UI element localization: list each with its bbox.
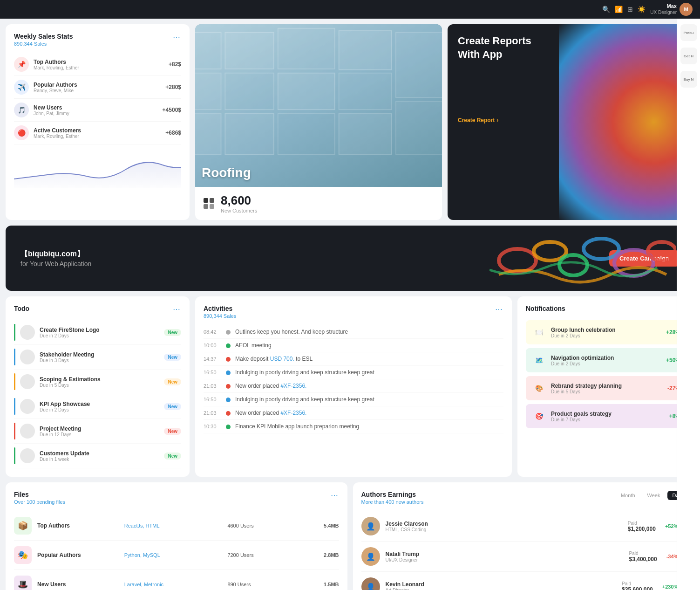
todo-title: Todo bbox=[14, 305, 29, 312]
sidebar-right-item-geth[interactable]: Get H bbox=[680, 48, 697, 64]
activity-dot bbox=[226, 398, 231, 402]
authors-earnings-card: Authors Earnings More than 400 new autho… bbox=[353, 482, 695, 590]
todo-avatar bbox=[20, 424, 35, 439]
activity-item: 21:03 New order placed #XF-2356. bbox=[204, 406, 503, 420]
todo-item: Scoping & Estimations Due in 5 Days New bbox=[14, 370, 181, 394]
notif-title: Product goals strategy bbox=[551, 411, 665, 417]
stat-name: Top Authors bbox=[34, 59, 164, 65]
notification-items: 🍽️ Group lunch celebration Due in 2 Days… bbox=[526, 320, 686, 428]
author-paid-section: Paid $35,600,000 bbox=[622, 581, 653, 590]
file-items: 📦 Top Authors ReactJs, HTML 4600 Users 5… bbox=[14, 511, 339, 590]
author-paid-label: Paid bbox=[628, 521, 656, 526]
notif-icon: 🎨 bbox=[531, 381, 546, 396]
todo-color-bar bbox=[14, 349, 15, 365]
activity-item: 14:37 Make deposit USD 700. to ESL bbox=[204, 352, 503, 366]
sidebar-right-item-buyn[interactable]: Buy N bbox=[680, 71, 697, 88]
tab-month[interactable]: Month bbox=[616, 491, 640, 500]
author-amount: $1,200,000 bbox=[628, 526, 656, 532]
user-info: Max UX Designer M bbox=[650, 3, 693, 16]
sidebar-label-prebu: Prebu bbox=[684, 31, 693, 35]
todo-item-due: Due in 2 Days bbox=[40, 407, 159, 412]
weekly-sales-menu[interactable]: ⋯ bbox=[173, 33, 181, 41]
file-size: 5.4MB bbox=[298, 523, 339, 528]
activity-dot bbox=[226, 330, 231, 335]
signal-icon[interactable]: 📶 bbox=[615, 6, 623, 13]
notif-due: Due in 7 Days bbox=[551, 417, 665, 422]
activity-link[interactable]: #XF-2356. bbox=[280, 410, 306, 416]
sidebar-right-item-prebu[interactable]: Prebu bbox=[680, 24, 697, 41]
file-name: Top Authors bbox=[37, 522, 119, 529]
cs3 bbox=[204, 204, 208, 209]
stat-value: +4500$ bbox=[163, 107, 181, 113]
author-paid-label: Paid bbox=[629, 551, 657, 556]
user-avatar[interactable]: M bbox=[680, 3, 693, 16]
author-info: Natali Trump UI/UX Designer bbox=[386, 551, 624, 563]
activity-item: 10:30 Finance KPI Mobile app launch prep… bbox=[204, 420, 503, 433]
notif-icon: 🗺️ bbox=[531, 353, 546, 368]
stat-value: +280$ bbox=[165, 84, 181, 90]
todo-item-badge: New bbox=[164, 428, 181, 435]
todo-info: Create FireStone Logo Due in 2 Days bbox=[40, 327, 159, 338]
weekly-sales-card: Weekly Sales Stats 890,344 Sales ⋯ 📌 Top… bbox=[6, 24, 190, 220]
author-paid-section: Paid $3,400,000 bbox=[629, 551, 657, 563]
activity-dot bbox=[226, 370, 231, 375]
file-users: 7200 Users bbox=[227, 552, 292, 558]
todo-menu[interactable]: ⋯ bbox=[173, 305, 181, 314]
file-size: 1.5MB bbox=[298, 582, 339, 587]
notifications-card: Notifications ⋯ 🍽️ Group lunch celebrati… bbox=[517, 296, 694, 477]
activity-text: Make deposit USD 700. to ESL bbox=[235, 356, 503, 362]
file-icon: 🎭 bbox=[14, 546, 32, 564]
activity-dot bbox=[226, 411, 231, 416]
notif-title: Rebrand strategy planning bbox=[551, 383, 663, 389]
campaign-sub-text: for Your Web Application bbox=[20, 260, 91, 268]
stat-item: 📌 Top Authors Mark, Rowling, Esther +82$ bbox=[14, 53, 181, 76]
main-container: Weekly Sales Stats 890,344 Sales ⋯ 📌 Top… bbox=[0, 19, 700, 590]
activity-time: 14:37 bbox=[204, 356, 221, 362]
cs4 bbox=[210, 204, 214, 209]
file-size: 2.8MB bbox=[298, 552, 339, 558]
notif-icon: 🎯 bbox=[531, 409, 546, 424]
todo-item: Project Meeting Due in 12 Days New bbox=[14, 419, 181, 444]
author-item: 👤 Natali Trump UI/UX Designer Paid $3,40… bbox=[361, 542, 686, 572]
author-name: Natali Trump bbox=[386, 551, 624, 557]
search-icon[interactable]: 🔍 bbox=[602, 6, 610, 13]
stat-info: Popular Authors Randy, Steve, Mike bbox=[34, 82, 161, 93]
reports-link[interactable]: Create Report › bbox=[458, 117, 498, 123]
svg-rect-4 bbox=[339, 31, 392, 70]
activities-card: Activities 890,344 Sales ⋯ 08:42 Outline… bbox=[195, 296, 512, 477]
file-users: 4600 Users bbox=[227, 523, 292, 528]
brightness-icon[interactable]: ☀️ bbox=[638, 6, 646, 13]
campaign-main-text: 【biqubiqu.com】 bbox=[20, 249, 91, 259]
files-menu[interactable]: ⋯ bbox=[331, 491, 339, 500]
todo-avatar bbox=[20, 325, 35, 340]
author-avatar: 👤 bbox=[361, 547, 380, 566]
svg-rect-7 bbox=[278, 73, 335, 110]
svg-point-18 bbox=[584, 239, 619, 259]
todo-info: KPI App Showcase Due in 2 Days bbox=[40, 401, 159, 412]
svg-rect-14 bbox=[396, 102, 442, 154]
author-amount: $3,400,000 bbox=[629, 556, 657, 563]
stat-item: ✈️ Popular Authors Randy, Steve, Mike +2… bbox=[14, 76, 181, 99]
notification-item: 🎯 Product goals strategy Due in 7 Days +… bbox=[526, 404, 686, 428]
activity-link[interactable]: #XF-2356. bbox=[280, 383, 306, 389]
grid-icon[interactable]: ⊞ bbox=[627, 6, 633, 13]
row3: Todo ⋯ Create FireStone Logo Due in 2 Da… bbox=[6, 296, 694, 477]
todo-item-due: Due in 12 Days bbox=[40, 432, 159, 437]
activity-time: 10:00 bbox=[204, 343, 221, 348]
todo-item-due: Due in 2 Days bbox=[40, 333, 159, 338]
activities-menu[interactable]: ⋯ bbox=[495, 305, 503, 314]
customers-label: New Customers bbox=[221, 208, 257, 213]
todo-item-name: KPI App Showcase bbox=[40, 401, 159, 407]
tab-week[interactable]: Week bbox=[643, 491, 665, 500]
stat-item: 🎵 New Users John, Pat, Jimmy +4500$ bbox=[14, 99, 181, 122]
author-avatar: 👤 bbox=[361, 577, 380, 590]
todo-color-bar bbox=[14, 324, 15, 341]
todo-item-badge: New bbox=[164, 354, 181, 361]
svg-rect-10 bbox=[225, 114, 274, 154]
row4: Files Over 100 pending files ⋯ 📦 Top Aut… bbox=[6, 482, 694, 590]
activity-dot bbox=[226, 425, 231, 429]
activity-link[interactable]: USD 700. bbox=[270, 356, 294, 362]
roofing-card: Roofing 8,600 New Customers bbox=[195, 24, 442, 220]
todo-info: Project Meeting Due in 12 Days bbox=[40, 425, 159, 437]
todo-item-name: Project Meeting bbox=[40, 425, 159, 432]
